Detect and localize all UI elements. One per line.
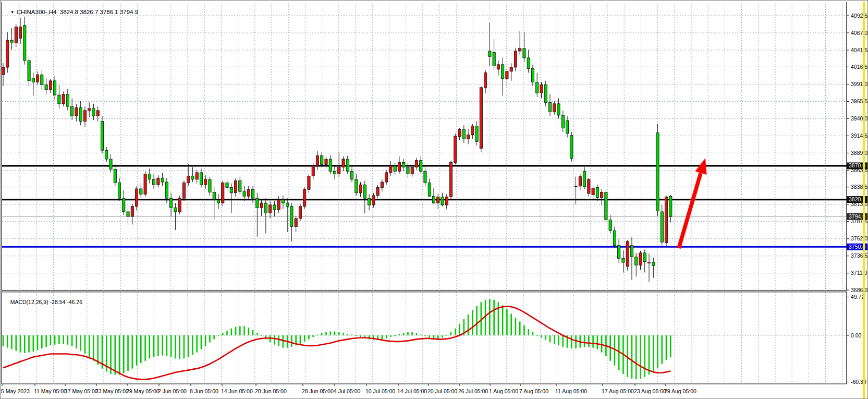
- arrow-shaft[interactable]: [679, 173, 701, 248]
- macd-bar: [50, 335, 52, 345]
- macd-bar: [536, 335, 538, 336]
- macd-bar: [76, 335, 77, 348]
- macd-bar: [523, 325, 525, 335]
- candle: [346, 159, 349, 171]
- macd-bar: [209, 335, 211, 342]
- candle: [523, 49, 525, 58]
- price-tick-label: 3889.0: [851, 150, 867, 156]
- candle: [269, 205, 272, 213]
- candle: [66, 94, 69, 106]
- macd-bar: [205, 335, 206, 346]
- macd-bar: [382, 335, 383, 339]
- macd-bar: [519, 321, 521, 335]
- candle: [230, 187, 233, 192]
- macd-bar: [386, 335, 387, 338]
- time-tick-label: 14 Jun 05:00: [221, 388, 253, 394]
- macd-bar: [24, 335, 26, 353]
- macd-tick-label: 0.00: [851, 332, 862, 338]
- macd-bar: [476, 306, 478, 335]
- candle: [286, 203, 289, 206]
- macd-bar: [351, 335, 353, 335]
- macd-bar: [597, 335, 598, 349]
- candle: [342, 159, 345, 167]
- candle: [75, 108, 78, 116]
- candle: [316, 156, 319, 166]
- time-axis[interactable]: 5 May 202311 May 05:0017 May 05:0023 May…: [1, 384, 696, 394]
- candle: [458, 129, 461, 137]
- candle: [376, 187, 379, 196]
- candle: [566, 120, 568, 134]
- candle: [583, 171, 586, 187]
- candle: [10, 40, 13, 43]
- candle: [36, 75, 39, 82]
- mt4-chart-window: 4092.54067.04041.54016.53991.03965.53940…: [0, 0, 868, 399]
- macd-bar: [196, 335, 198, 353]
- macd-bar: [179, 335, 180, 359]
- candle: [303, 189, 306, 206]
- candle: [105, 150, 108, 159]
- candle: [135, 189, 138, 207]
- candle: [579, 177, 581, 186]
- chart-canvas[interactable]: 4092.54067.04041.54016.53991.03965.53940…: [1, 1, 868, 399]
- macd-bar: [360, 335, 361, 337]
- candle: [54, 81, 56, 95]
- macd-bar: [97, 335, 99, 365]
- candle: [407, 167, 409, 174]
- candle: [32, 78, 34, 82]
- time-tick-label: 29 Aug 05:00: [664, 388, 696, 394]
- macd-signal-line: [3, 307, 670, 380]
- time-tick-label: 17 May 05:00: [65, 388, 98, 394]
- macd-bar: [80, 335, 81, 351]
- candle: [389, 166, 392, 173]
- macd-bar: [563, 335, 564, 347]
- candle: [256, 198, 259, 208]
- macd-bar: [84, 335, 86, 354]
- macd-bar: [157, 335, 159, 356]
- candle: [191, 176, 194, 179]
- trend-arrow[interactable]: [679, 158, 707, 248]
- macd-bar: [528, 329, 529, 335]
- candle: [475, 126, 478, 142]
- candle: [622, 258, 625, 262]
- macd-bar: [261, 335, 262, 336]
- candle: [101, 122, 103, 151]
- candle: [601, 192, 603, 197]
- macd-bar: [502, 305, 504, 335]
- macd-bar: [356, 335, 357, 336]
- macd-bar: [89, 335, 90, 357]
- macd-bar: [132, 335, 133, 369]
- macd-bar: [67, 335, 69, 345]
- macd-bar: [71, 335, 73, 346]
- price-tick-label: 3991.0: [851, 81, 867, 87]
- candle: [639, 253, 642, 265]
- candle: [497, 65, 499, 69]
- candle: [350, 171, 353, 179]
- symbol-dropdown-icon[interactable]: ▼: [10, 10, 15, 15]
- candle: [514, 51, 517, 67]
- time-tick-label: 14 Jul 05:00: [397, 388, 427, 394]
- candle: [643, 253, 646, 262]
- macd-bar: [291, 335, 292, 347]
- macd-bar: [15, 335, 17, 351]
- macd-bar: [338, 332, 340, 335]
- candle: [415, 161, 418, 167]
- macd-indicator-label: MACD(12,26,9) -28.54 -46.26: [4, 293, 82, 311]
- candle: [449, 162, 452, 197]
- candle: [333, 171, 336, 174]
- candle: [428, 183, 431, 196]
- candle: [222, 183, 224, 203]
- time-tick-label: 7 Aug 05:00: [519, 388, 548, 394]
- candle: [157, 178, 160, 185]
- candle: [618, 246, 620, 259]
- candle: [656, 133, 659, 211]
- macd-bar: [114, 335, 116, 374]
- candle: [62, 94, 65, 104]
- macd-bar: [312, 335, 314, 337]
- candle: [195, 173, 198, 179]
- macd-bar: [640, 335, 641, 379]
- candle: [15, 27, 17, 43]
- candle: [247, 189, 250, 196]
- macd-bar: [188, 335, 189, 357]
- macd-bar: [411, 332, 413, 335]
- candle: [605, 192, 607, 220]
